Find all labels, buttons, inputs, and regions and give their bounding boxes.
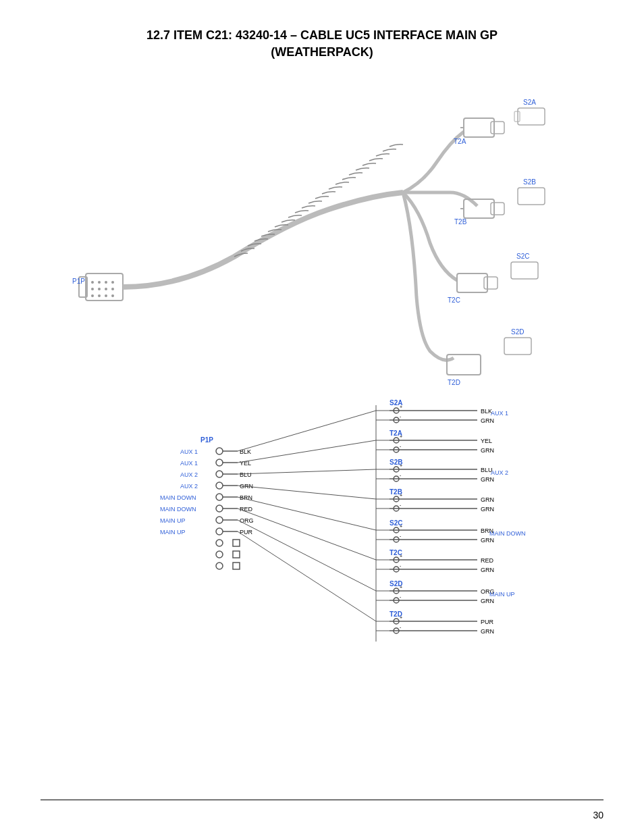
svg-rect-45 — [233, 551, 240, 558]
svg-rect-17 — [514, 111, 520, 122]
svg-point-10 — [91, 294, 94, 297]
maindown-right-label: MAIN DOWN — [489, 530, 526, 537]
svg-point-3 — [98, 281, 101, 284]
diagram-area: P1P — [45, 74, 599, 783]
svg-line-85 — [238, 497, 376, 530]
minus2: - — [400, 444, 402, 448]
t2a-label: T2A — [454, 138, 466, 145]
aux2-label-left2: AUX 2 — [180, 483, 198, 490]
pur-label: PUR — [240, 529, 253, 536]
svg-rect-0 — [86, 273, 123, 301]
svg-point-34 — [216, 494, 223, 500]
minus4: - — [400, 502, 402, 507]
mainup-right-label: MAIN UP — [489, 591, 515, 598]
svg-point-11 — [98, 294, 101, 297]
svg-point-2 — [91, 281, 94, 284]
grn-right7: GRN — [481, 567, 494, 573]
svg-point-32 — [216, 482, 223, 489]
s2d-label: S2D — [511, 328, 524, 336]
minus3: - — [400, 473, 402, 477]
svg-rect-19 — [491, 203, 504, 215]
plus7: + — [400, 585, 402, 590]
grn-right2: GRN — [481, 447, 494, 454]
plus6: + — [400, 554, 402, 558]
title-section: 12.7 ITEM C21: 43240-14 – CABLE UC5 INTE… — [41, 27, 603, 61]
minus1: - — [400, 414, 402, 419]
svg-rect-23 — [511, 262, 538, 279]
aux2-label-left: AUX 2 — [180, 471, 198, 478]
plus8: + — [400, 615, 402, 620]
plus2: + — [400, 434, 402, 439]
title-line2: (WEATHERPACK) — [41, 44, 603, 61]
svg-point-42 — [216, 540, 223, 546]
t2d-label: T2D — [448, 379, 460, 386]
svg-rect-21 — [457, 273, 487, 292]
svg-point-7 — [98, 288, 101, 290]
grn-right8: GRN — [481, 598, 494, 604]
svg-point-8 — [105, 288, 107, 290]
maindown-label-left: MAIN DOWN — [160, 494, 196, 501]
grn-right5: GRN — [481, 506, 494, 513]
maindown-label-left2: MAIN DOWN — [160, 506, 196, 513]
svg-rect-14 — [464, 118, 494, 137]
svg-line-81 — [238, 411, 376, 451]
grn-right3: GRN — [481, 476, 494, 483]
svg-point-26 — [216, 448, 223, 454]
svg-rect-15 — [491, 122, 504, 134]
svg-line-84 — [238, 486, 376, 499]
grn-right1: GRN — [481, 417, 494, 424]
svg-point-9 — [111, 288, 114, 290]
plus5: + — [400, 524, 402, 529]
aux1-label-left2: AUX 1 — [180, 460, 198, 467]
red-right1: RED — [481, 557, 494, 564]
bottom-line — [41, 800, 603, 800]
blu-label: BLU — [240, 471, 252, 478]
t2c-label: T2C — [448, 296, 460, 304]
svg-point-36 — [216, 505, 223, 512]
svg-line-83 — [238, 469, 376, 474]
svg-point-13 — [111, 294, 114, 297]
grn-right9: GRN — [481, 628, 494, 635]
yel-right1: YEL — [481, 438, 492, 444]
svg-rect-16 — [518, 108, 545, 125]
svg-line-88 — [238, 531, 376, 621]
minus8: - — [400, 625, 402, 629]
svg-point-40 — [216, 528, 223, 535]
svg-line-86 — [238, 509, 376, 560]
svg-rect-22 — [484, 277, 498, 289]
svg-line-87 — [238, 520, 376, 591]
p1p-label: P1P — [72, 278, 85, 285]
svg-point-5 — [111, 281, 114, 284]
minus6: - — [400, 563, 402, 568]
svg-point-44 — [216, 551, 223, 558]
diagram-svg: P1P — [45, 74, 599, 783]
mainup-label-left2: MAIN UP — [160, 529, 186, 536]
plus1: + — [400, 405, 402, 409]
svg-point-30 — [216, 471, 223, 477]
minus7: - — [400, 594, 402, 599]
blk-label1: BLK — [240, 448, 251, 455]
svg-point-38 — [216, 517, 223, 523]
minus5: - — [400, 533, 402, 538]
svg-rect-25 — [504, 338, 531, 355]
svg-point-4 — [105, 281, 107, 284]
plus4: + — [400, 493, 402, 498]
org-label: ORG — [240, 517, 254, 524]
svg-point-28 — [216, 459, 223, 466]
page-number: 30 — [593, 810, 603, 820]
t2b-label: T2B — [454, 218, 467, 226]
page: 12.7 ITEM C21: 43240-14 – CABLE UC5 INTE… — [0, 0, 644, 834]
pur-right1: PUR — [481, 619, 494, 625]
aux1-right-label: AUX 1 — [491, 410, 508, 417]
svg-point-46 — [216, 563, 223, 569]
svg-rect-47 — [233, 563, 240, 569]
aux1-label-left: AUX 1 — [180, 448, 198, 455]
svg-rect-18 — [464, 199, 494, 218]
title-line1: 12.7 ITEM C21: 43240-14 – CABLE UC5 INTE… — [41, 27, 603, 44]
p1p-diag-label: P1P — [200, 436, 213, 444]
svg-point-12 — [105, 294, 107, 297]
grn-right6: GRN — [481, 537, 494, 544]
svg-rect-43 — [233, 540, 240, 546]
s2b-label: S2B — [523, 178, 536, 186]
plus3: + — [400, 463, 402, 468]
